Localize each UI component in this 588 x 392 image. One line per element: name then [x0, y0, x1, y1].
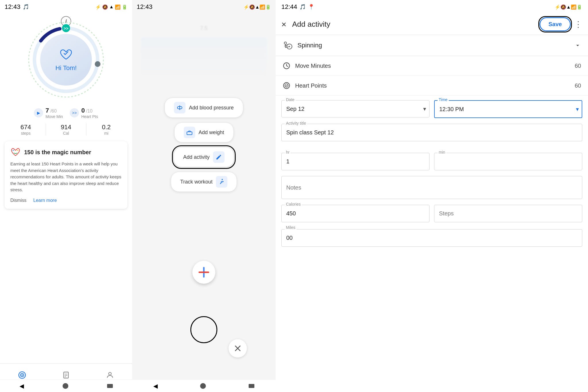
- move-minutes-row: Move Minutes 60: [276, 56, 588, 76]
- hr-label: hr: [285, 150, 291, 155]
- panel-home: 12:43 🎵 ⚡ 🔕 ▲ 📶 🔋 i >>: [0, 0, 132, 392]
- popup-menu: Add blood pressure Add weight Add activi…: [165, 98, 243, 192]
- activity-title-input[interactable]: [281, 124, 582, 141]
- music-icon: 🎵: [23, 4, 29, 10]
- steps-input[interactable]: [434, 205, 582, 222]
- close-button[interactable]: ×: [280, 18, 288, 30]
- time-select[interactable]: 12:30 PM: [434, 100, 582, 118]
- signal-icon: 📶: [115, 4, 121, 10]
- back-btn-2[interactable]: ◀: [153, 383, 158, 389]
- mute-icon: 🔕: [102, 4, 108, 10]
- heart-pts-value: 0: [81, 107, 85, 114]
- activity-title-label: Activity title: [285, 121, 307, 125]
- add-weight-button[interactable]: Add weight: [174, 122, 233, 142]
- fab-border: [190, 316, 217, 343]
- move-min-goal: /60: [50, 109, 57, 113]
- heart-points-row: Heart Points 60: [276, 76, 588, 96]
- svg-rect-16: [187, 132, 192, 135]
- miles-value: 0.2: [86, 123, 126, 131]
- wifi-icon: ▲: [109, 4, 114, 9]
- heart-pts-stat: >> 0 /10 Heart Pts: [70, 107, 98, 119]
- miles-input[interactable]: [281, 229, 582, 247]
- dismiss-button[interactable]: Dismiss: [10, 198, 26, 203]
- miles-label: mi: [86, 131, 126, 136]
- fab-button[interactable]: [192, 261, 215, 284]
- add-activity-button[interactable]: Add activity: [174, 147, 234, 167]
- notes-input[interactable]: [281, 176, 582, 199]
- save-button[interactable]: Save: [539, 17, 571, 31]
- miles-stat: 0.2 mi: [86, 123, 126, 136]
- edit-icon: [213, 151, 225, 163]
- add-activity-title: Add activity: [292, 20, 330, 29]
- min-input[interactable]: [434, 153, 582, 170]
- time-2: 12:43: [137, 3, 152, 11]
- stats-row: ▶ 7 /60 Move Min >> 0 /10 Heart Pts: [0, 107, 132, 119]
- steps-field-group: [434, 205, 582, 222]
- move-min-label: Move Min: [45, 114, 63, 119]
- move-min-icon: ▶: [34, 108, 43, 117]
- svg-point-22: [284, 42, 287, 44]
- miles-label: Miles: [285, 225, 297, 230]
- hr-min-row: hr min: [281, 153, 582, 170]
- close-popup-button[interactable]: [229, 339, 247, 358]
- date-field-group: Date Sep 12 ▾: [281, 100, 430, 118]
- activity-ring: >> Hi Tom!: [0, 20, 132, 100]
- svg-point-8: [21, 374, 23, 376]
- home-nav-icon: [18, 371, 26, 379]
- cal-label: Cal: [46, 131, 86, 136]
- home-btn-2[interactable]: [200, 383, 206, 389]
- time-3: 12:44: [281, 3, 297, 11]
- hr-field-group: hr: [281, 153, 430, 170]
- activity-title-wrapper: Activity title: [281, 124, 582, 147]
- recent-btn-1[interactable]: [107, 384, 113, 388]
- close-icon-middle: [234, 344, 242, 352]
- track-workout-button[interactable]: Track workout: [171, 172, 237, 192]
- battery-icon: 🔋: [122, 4, 127, 10]
- time-field-group: Time 12:30 PM ▾: [434, 100, 582, 118]
- svg-rect-9: [64, 372, 68, 378]
- magic-card-body: Earning at least 150 Heart Points in a w…: [10, 161, 122, 193]
- heart-points-row-icon: [283, 82, 291, 90]
- steps-value: 674: [6, 123, 46, 131]
- learn-more-button[interactable]: Learn more: [33, 198, 57, 203]
- status-bar-2: 12:43 ⚡🔕▲📶🔋: [132, 0, 276, 14]
- heart-pts-goal: /10: [86, 109, 92, 113]
- panel-add-activity: 12:44 🎵 📍 ⚡🔕▲📶🔋 × Add activity Save ⋮: [276, 0, 588, 392]
- add-blood-pressure-button[interactable]: Add blood pressure: [165, 98, 243, 118]
- svg-text:>>: >>: [64, 26, 68, 31]
- calories-label: Calories: [285, 202, 302, 206]
- min-field-group: min: [434, 153, 582, 170]
- google-plus-icon: [198, 266, 210, 279]
- svg-point-5: [95, 61, 100, 67]
- header-actions: Save ⋮: [539, 17, 582, 31]
- date-time-row: Date Sep 12 ▾ Time 12:30 PM ▾: [281, 100, 582, 118]
- time-1: 12:43: [5, 3, 20, 11]
- journal-nav-icon: [62, 371, 70, 379]
- heart-pts-icon: >>: [70, 108, 79, 117]
- system-nav-1: ◀: [0, 379, 132, 392]
- hr-input[interactable]: [281, 153, 430, 170]
- move-min-stat: ▶ 7 /60 Move Min: [34, 107, 63, 119]
- more-options-icon[interactable]: ⋮: [574, 20, 582, 29]
- heart-points-value: 60: [575, 82, 581, 89]
- ring-center: Hi Tom!: [40, 34, 92, 86]
- status-bar-1: 12:43 🎵 ⚡ 🔕 ▲ 📶 🔋: [0, 0, 132, 14]
- home-btn-1[interactable]: [63, 383, 68, 389]
- save-btn-wrapper: Save: [539, 17, 571, 31]
- system-nav-2: ◀: [132, 379, 276, 392]
- move-minutes-label: Move Minutes: [295, 63, 331, 69]
- activity-type-selector[interactable]: Spinning: [276, 35, 588, 56]
- notes-wrapper: [281, 176, 582, 199]
- steps-label: steps: [6, 131, 46, 136]
- weight-icon: [183, 127, 195, 138]
- svg-line-27: [285, 47, 289, 48]
- calories-field-group: Calories: [281, 205, 430, 222]
- calories-input[interactable]: [281, 205, 430, 222]
- move-minutes-value: 60: [575, 63, 581, 69]
- date-select[interactable]: Sep 12: [281, 100, 430, 117]
- add-activity-header: × Add activity Save ⋮: [276, 14, 588, 35]
- dropdown-arrow-icon: [574, 42, 581, 49]
- back-btn-1[interactable]: ◀: [20, 383, 24, 389]
- fab-wrapper: [190, 316, 217, 343]
- recent-btn-2[interactable]: [249, 384, 254, 388]
